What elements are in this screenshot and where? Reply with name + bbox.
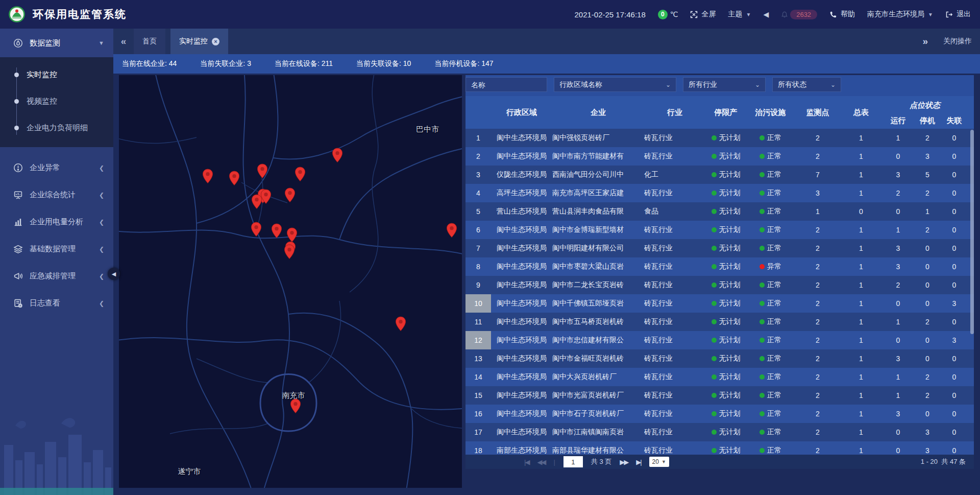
stop-production-status: 无计划 bbox=[705, 372, 746, 382]
page-size-select[interactable]: 20 ▼ bbox=[649, 457, 669, 467]
help-button[interactable]: 帮助 bbox=[829, 10, 855, 19]
map-pin[interactable] bbox=[251, 222, 262, 237]
map-pin[interactable] bbox=[202, 169, 213, 184]
bar-chart-icon bbox=[13, 217, 23, 227]
map-pin[interactable] bbox=[290, 398, 301, 414]
status-dot-icon bbox=[760, 172, 765, 177]
map-pin[interactable] bbox=[295, 167, 306, 182]
table-row[interactable]: 17阆中生态环境局阆中市江南镇阆南页岩砖瓦行业无计划正常21030 bbox=[465, 423, 974, 441]
industry-filter-select[interactable]: 所有行业 ⌄ bbox=[683, 77, 766, 92]
sidebar-item-emergency-reduction[interactable]: 应急减排管理 ❮ bbox=[0, 263, 113, 290]
table-row[interactable]: 4高坪生态环境局南充市高坪区王家店建砖瓦行业无计划正常31220 bbox=[465, 184, 974, 202]
table-row[interactable]: 16阆中生态环境局阆中市石子页岩机砖厂砖瓦行业无计划正常21300 bbox=[465, 405, 974, 423]
map-pin[interactable] bbox=[332, 147, 343, 162]
facility-status: 正常 bbox=[746, 446, 795, 455]
chevron-down-icon: ▼ bbox=[746, 12, 751, 17]
table-row[interactable]: 13阆中生态环境局阆中市金福旺页岩机砖砖瓦行业无计划正常21300 bbox=[465, 349, 974, 368]
first-page-button[interactable]: |◀ bbox=[524, 458, 529, 466]
sidebar-item-power-load-detail[interactable]: 企业电力负荷明细 bbox=[0, 114, 113, 141]
map-roads bbox=[119, 75, 462, 488]
prev-page-button[interactable]: ◀◀ bbox=[537, 458, 545, 466]
page-number-input[interactable] bbox=[564, 456, 583, 467]
last-page-button[interactable]: ▶| bbox=[636, 458, 641, 466]
map-pin[interactable] bbox=[284, 244, 295, 260]
facility-status: 正常 bbox=[746, 133, 795, 143]
map-pin[interactable] bbox=[446, 223, 457, 238]
sidebar-item-log-view[interactable]: 日志查看 ❮ bbox=[0, 290, 113, 317]
row-index: 2 bbox=[465, 147, 491, 166]
record-range-label: 1 - 20 共 47 条 bbox=[921, 457, 974, 466]
col-total-meters: 总表 bbox=[841, 96, 881, 129]
table-row[interactable]: 7阆中生态环境局阆中明阳建材有限公司砖瓦行业无计划正常21300 bbox=[465, 239, 974, 257]
map-pin[interactable] bbox=[229, 171, 240, 186]
sidebar-item-data-monitor[interactable]: 数据监测 ▼ bbox=[0, 29, 113, 57]
table-row[interactable]: 6阆中生态环境局阆中市金博瑞新型墙材砖瓦行业无计划正常21120 bbox=[465, 221, 974, 239]
map-pin[interactable] bbox=[395, 316, 406, 332]
stop-production-status: 无计划 bbox=[705, 280, 746, 290]
table-row[interactable]: 3仪陇生态环境局西南油气田分公司川中化工无计划正常71350 bbox=[465, 166, 974, 184]
sidebar-item-enterprise-stats[interactable]: 企业综合统计 ❮ bbox=[0, 181, 113, 208]
table-row[interactable]: 10阆中生态环境局阆中千佛镇五郎垭页岩砖瓦行业无计划正常21003 bbox=[465, 294, 974, 313]
org-dropdown[interactable]: 南充市生态环境局 ▼ bbox=[867, 10, 933, 19]
map-pin[interactable] bbox=[286, 227, 298, 242]
sidebar-submenu: 实时监控 视频监控 企业电力负荷明细 bbox=[0, 57, 113, 147]
mute-icon[interactable]: ◀ bbox=[763, 10, 769, 18]
megaphone-icon bbox=[13, 271, 23, 281]
table-row[interactable]: 12阆中生态环境局阆中市忠信建材有限公砖瓦行业无计划正常21003 bbox=[465, 331, 974, 349]
status-dot-icon bbox=[712, 246, 717, 251]
status-dot-icon bbox=[760, 154, 765, 159]
sidebar-item-enterprise-abnormal[interactable]: 企业异常 ❮ bbox=[0, 154, 113, 181]
row-index: 5 bbox=[465, 202, 491, 221]
status-filter-select[interactable]: 所有状态 ⌄ bbox=[772, 77, 841, 92]
layers-icon bbox=[13, 244, 23, 254]
table-row[interactable]: 5营山生态环境局营山县润丰肉食品有限食品无计划正常10010 bbox=[465, 202, 974, 221]
facility-status: 正常 bbox=[746, 354, 795, 363]
close-operations-button[interactable]: 关闭操作 bbox=[943, 37, 972, 46]
table-row[interactable]: 9阆中生态环境局阆中市二龙长宝页岩砖砖瓦行业无计划正常21200 bbox=[465, 276, 974, 294]
scrollbar-thumb[interactable] bbox=[970, 130, 974, 334]
notification-badge[interactable]: 2632 bbox=[781, 10, 817, 19]
table-row[interactable]: 11阆中生态环境局阆中市五马桥页岩机砖砖瓦行业无计划正常21120 bbox=[465, 313, 974, 331]
table-row[interactable]: 14阆中生态环境局阆中大兴页岩机砖厂砖瓦行业无计划正常21120 bbox=[465, 368, 974, 386]
tabs-scroll-right-icon[interactable]: » bbox=[922, 36, 928, 47]
map-pin[interactable] bbox=[271, 223, 282, 239]
map-pin[interactable] bbox=[284, 187, 296, 203]
row-index: 8 bbox=[465, 257, 491, 276]
close-icon[interactable]: × bbox=[212, 38, 219, 45]
sidebar-collapse-button[interactable]: ◀ bbox=[108, 268, 120, 280]
sidebar-item-base-data[interactable]: 基础数据管理 ❮ bbox=[0, 235, 113, 263]
temperature-unit: ℃ bbox=[670, 10, 678, 18]
next-page-button[interactable]: ▶▶ bbox=[620, 458, 628, 466]
table-row[interactable]: 18南部生态环境局南部县瑞华建材有限公砖瓦行业无计划正常21030 bbox=[465, 441, 974, 455]
table-row[interactable]: 8阆中生态环境局阆中市枣碧大梁山页岩砖瓦行业无计划异常21300 bbox=[465, 257, 974, 276]
map-pin[interactable] bbox=[251, 194, 262, 209]
tabs-scroll-left-icon[interactable]: « bbox=[113, 29, 134, 54]
region-filter-select[interactable]: 行政区域名称 ⌄ bbox=[554, 77, 676, 92]
map-pin[interactable] bbox=[257, 163, 268, 179]
status-dot-icon bbox=[760, 264, 765, 269]
sidebar-item-video-monitor[interactable]: 视频监控 bbox=[0, 88, 113, 114]
tab-home[interactable]: 首页 bbox=[134, 29, 165, 54]
table-row[interactable]: 2阆中生态环境局阆中市南方节能建材有砖瓦行业无计划正常21030 bbox=[465, 147, 974, 166]
name-filter-input[interactable] bbox=[465, 77, 547, 92]
status-dot-icon bbox=[760, 430, 765, 435]
top-header: 环保用电监管系统 2021-02-25 17:46:18 0 ℃ 全屏 主题 ▼ bbox=[0, 0, 980, 29]
theme-dropdown[interactable]: 主题 ▼ bbox=[728, 10, 751, 19]
facility-status: 正常 bbox=[746, 409, 795, 418]
logout-button[interactable]: 退出 bbox=[945, 10, 971, 19]
chevron-left-icon: ❮ bbox=[99, 246, 104, 253]
row-index: 10 bbox=[465, 294, 491, 313]
stop-production-status: 无计划 bbox=[705, 446, 746, 455]
map-panel[interactable]: 巴中市南充市遂宁市 bbox=[119, 75, 462, 488]
table-row[interactable]: 1阆中生态环境局阆中强锐页岩砖厂砖瓦行业无计划正常21120 bbox=[465, 129, 974, 147]
sidebar-item-realtime-monitor[interactable]: 实时监控 bbox=[0, 61, 113, 88]
fullscreen-button[interactable]: 全屏 bbox=[690, 10, 716, 19]
col-index bbox=[465, 96, 491, 129]
sidebar-item-power-analysis[interactable]: 企业用电量分析 ❮ bbox=[0, 208, 113, 235]
tab-realtime-monitor[interactable]: 实时监控 × bbox=[170, 29, 228, 54]
status-dot-icon bbox=[712, 393, 717, 398]
table-row[interactable]: 15阆中生态环境局阆中市光富页岩机砖厂砖瓦行业无计划正常21120 bbox=[465, 386, 974, 405]
phone-icon bbox=[829, 11, 837, 18]
chevron-down-icon: ▼ bbox=[99, 40, 104, 46]
page-title: 环保用电监管系统 bbox=[33, 7, 127, 21]
